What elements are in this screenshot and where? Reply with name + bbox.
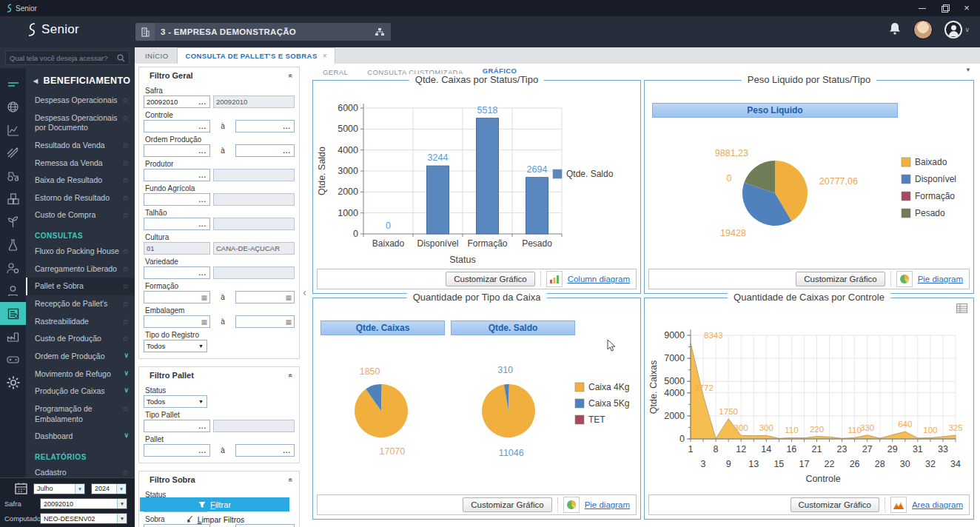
sidebar-item[interactable]: Fluxo do Packing House☆ xyxy=(26,243,135,261)
sidebar-item[interactable]: Movimento de Refugo∨ xyxy=(26,366,135,383)
sidebar-item[interactable]: Ordem de Produção∨ xyxy=(26,348,135,366)
close-icon[interactable]: × xyxy=(962,4,971,13)
calendar-icon[interactable]: ▦ xyxy=(198,318,209,326)
favorite-star-icon[interactable]: ☆ xyxy=(122,264,129,274)
filtrar-button[interactable]: Filtrar xyxy=(140,497,289,511)
sidebar-item[interactable]: Rastreabilidade☆ xyxy=(26,313,135,331)
org-chart-icon[interactable] xyxy=(369,27,391,37)
tractor-icon[interactable] xyxy=(0,164,26,187)
tab-inicio[interactable]: INÍCIO xyxy=(136,48,177,64)
calendar-icon[interactable]: ▦ xyxy=(283,318,294,326)
sidebar-item[interactable]: Custo de Produção☆ xyxy=(26,330,135,348)
lookup-field-to[interactable]: ... xyxy=(235,120,295,132)
sidebar-item[interactable]: Custo de Compra☆ xyxy=(26,207,135,224)
favorite-star-icon[interactable]: ☆ xyxy=(122,95,129,105)
lookup-field[interactable]: ... xyxy=(144,193,210,206)
series-toggle-peso-liquido[interactable]: Peso Liquido xyxy=(652,103,898,118)
favorite-star-icon[interactable]: ☆ xyxy=(122,468,129,477)
computador-select[interactable]: NEO-DESENV02▼ xyxy=(40,513,127,524)
sidebar-item[interactable]: Resultado da Venda☆ xyxy=(26,137,135,155)
lookup-dots-icon[interactable]: ... xyxy=(280,447,294,454)
column-diagram-icon[interactable] xyxy=(546,271,563,287)
pallet-query-icon[interactable] xyxy=(0,302,26,325)
globe-icon[interactable] xyxy=(0,95,26,118)
user-icon[interactable] xyxy=(0,279,26,302)
lookup-field[interactable]: ... xyxy=(144,266,210,279)
operator-icon[interactable] xyxy=(0,256,26,279)
pie-diagram-icon[interactable] xyxy=(563,497,580,513)
collapse-icon[interactable]: « xyxy=(287,477,295,482)
series-toggle-qtde-caixas[interactable]: Qtde. Caixas xyxy=(320,320,445,335)
favorite-star-icon[interactable]: ☆ xyxy=(122,299,129,309)
collapse-panel-handle[interactable]: ‹ xyxy=(303,286,306,298)
expand-chevron-icon[interactable]: ∨ xyxy=(124,352,129,360)
lookup-field-from[interactable]: ... xyxy=(144,144,210,157)
collapse-icon[interactable]: « xyxy=(287,73,295,78)
expand-chevron-icon[interactable]: ∨ xyxy=(124,369,129,378)
lookup-dots-icon[interactable]: ... xyxy=(195,447,209,454)
factory-icon[interactable] xyxy=(0,325,26,348)
lookup-field[interactable]: ... xyxy=(144,218,210,230)
year-select[interactable]: 2024▼ xyxy=(91,483,127,494)
sidebar-item[interactable]: Pallet e Sobra☆ xyxy=(26,278,135,295)
lab-icon[interactable] xyxy=(0,233,26,256)
module-header[interactable]: ◀ BENEFICIAMENTO xyxy=(26,68,135,92)
controller-icon[interactable] xyxy=(0,348,26,371)
lookup-field[interactable]: ... xyxy=(144,169,210,181)
notifications-bell-icon[interactable] xyxy=(888,21,902,38)
lookup-dots-icon[interactable]: ... xyxy=(195,221,209,228)
sidebar-item[interactable]: Produção de Caixas∨ xyxy=(26,383,135,400)
sidebar-item[interactable]: Carregamento Liberado☆ xyxy=(26,261,135,278)
select-arrow-icon[interactable]: ▼ xyxy=(195,343,207,349)
expand-chevron-icon[interactable]: ∨ xyxy=(124,432,129,440)
select-field[interactable]: Todos▼ xyxy=(144,340,207,352)
lookup-dots-icon[interactable]: ... xyxy=(195,147,209,155)
minimize-icon[interactable] xyxy=(918,4,927,13)
sidebar-item[interactable]: Programação de Embalamento☆ xyxy=(26,400,135,428)
user-avatar[interactable] xyxy=(913,20,933,39)
date-field-to[interactable]: ▦ xyxy=(235,291,295,303)
area-diagram-icon[interactable] xyxy=(890,497,907,513)
tab-consulta-pallets[interactable]: CONSULTA DE PALLET'S E SOBRAS × xyxy=(177,47,335,64)
lookup-field-to[interactable]: ... xyxy=(235,524,295,527)
series-toggle-qtde-saldo[interactable]: Qtde. Saldo xyxy=(451,320,575,335)
sidebar-item[interactable]: Baixa de Resultado☆ xyxy=(26,172,135,189)
favorite-star-icon[interactable]: ☆ xyxy=(122,317,129,326)
column-diagram-link[interactable]: Column diagram xyxy=(568,275,630,283)
lookup-dots-icon[interactable]: ... xyxy=(195,423,209,430)
pie-diagram-icon[interactable] xyxy=(896,271,913,287)
user-menu[interactable]: ∨ xyxy=(944,21,970,38)
pie-diagram-link[interactable]: Pie diagram xyxy=(585,500,630,509)
lookup-field-from[interactable]: ... xyxy=(144,120,210,132)
favorite-star-icon[interactable]: ☆ xyxy=(122,404,129,414)
favorite-star-icon[interactable]: ☆ xyxy=(122,334,129,343)
growth-icon[interactable] xyxy=(0,210,26,233)
lookup-dots-icon[interactable]: ... xyxy=(195,172,209,179)
lookup-field-to[interactable]: ... xyxy=(235,144,295,157)
lookup-dots-icon[interactable]: ... xyxy=(195,123,209,130)
date-field-from[interactable]: ▦ xyxy=(144,291,210,303)
tab-geral[interactable]: GERAL xyxy=(323,68,348,76)
close-tab-icon[interactable]: × xyxy=(323,52,327,60)
calendar-icon[interactable]: ▦ xyxy=(198,294,209,301)
favorite-star-icon[interactable]: ☆ xyxy=(122,158,129,168)
limpar-filtros-link[interactable]: Limpar Filtros xyxy=(140,515,289,524)
select-field[interactable]: Todos▼ xyxy=(144,395,207,408)
customizar-grafico-button[interactable]: Customizar Gráfico xyxy=(796,272,885,286)
lookup-dots-icon[interactable]: ... xyxy=(195,196,209,204)
lookup-field[interactable]: ... xyxy=(144,420,210,432)
menu-icon[interactable] xyxy=(0,73,26,95)
lookup-dots-icon[interactable]: ... xyxy=(195,269,209,277)
lookup-field[interactable]: 20092010... xyxy=(144,95,210,108)
sidebar-item[interactable]: Estorno de Resultado☆ xyxy=(26,189,135,207)
filter-card-header[interactable]: Filtro Geral« xyxy=(139,67,299,83)
customizar-grafico-button[interactable]: Customizar Gráfico xyxy=(446,272,534,286)
sidebar-item[interactable]: Cadastro☆ xyxy=(26,464,135,477)
lookup-dots-icon[interactable]: ... xyxy=(195,98,209,106)
sidebar-item[interactable]: Despesas Operacionais por Documento☆ xyxy=(26,110,135,137)
lookup-dots-icon[interactable]: ... xyxy=(280,147,294,155)
customizar-grafico-button[interactable]: Customizar Gráfico xyxy=(791,497,879,512)
packages-icon[interactable] xyxy=(0,187,26,210)
analytics-icon[interactable] xyxy=(0,118,26,141)
date-field-from[interactable]: ▦ xyxy=(144,315,210,328)
